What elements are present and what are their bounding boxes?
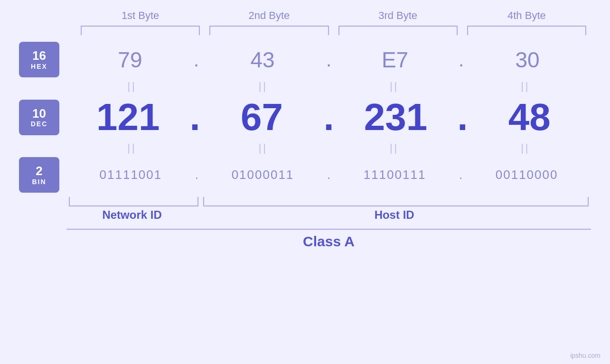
eq2-b2: || bbox=[197, 142, 328, 154]
class-a-label: Class A bbox=[66, 233, 591, 250]
hex-byte1: 79 bbox=[66, 47, 194, 73]
bin-values: 01111001 . 01000011 . 11100111 . 0011000… bbox=[66, 168, 591, 182]
byte3-header: 3rd Byte bbox=[334, 9, 462, 26]
bin-badge: 2 BIN bbox=[19, 157, 59, 193]
network-bracket bbox=[69, 197, 198, 206]
bottom-brackets bbox=[66, 197, 591, 206]
eq2-b1: || bbox=[66, 142, 197, 154]
bin-dot1: . bbox=[195, 168, 198, 182]
byte-headers: 1st Byte 2nd Byte 3rd Byte 4th Byte bbox=[19, 9, 591, 26]
bracket-2 bbox=[209, 26, 328, 35]
hex-values: 79 . 43 . E7 . 30 bbox=[66, 47, 591, 73]
hex-base-label: HEX bbox=[31, 63, 47, 70]
bottom-section: Network ID Host ID bbox=[19, 197, 591, 222]
bin-dot2: . bbox=[327, 168, 330, 182]
bracket-1 bbox=[81, 26, 200, 35]
bin-base-num: 2 bbox=[36, 164, 42, 178]
hex-byte2: 43 bbox=[199, 47, 326, 73]
top-brackets bbox=[19, 26, 591, 35]
dec-values: 121 . 67 . 231 . 48 bbox=[66, 95, 591, 139]
eq1-b1: || bbox=[66, 80, 197, 93]
class-row: Class A bbox=[19, 229, 591, 250]
dec-badge: 10 DEC bbox=[19, 100, 59, 135]
main-container: 1st Byte 2nd Byte 3rd Byte 4th Byte 16 H… bbox=[0, 0, 610, 364]
dec-dot1: . bbox=[190, 98, 200, 136]
host-bracket bbox=[203, 197, 589, 206]
hex-dot2: . bbox=[326, 50, 331, 69]
equals-row-2: || || || || bbox=[19, 142, 591, 154]
dec-byte3: 231 bbox=[334, 95, 458, 139]
watermark: ipshu.com bbox=[570, 352, 601, 359]
byte4-header: 4th Byte bbox=[462, 9, 591, 26]
bin-base-label: BIN bbox=[32, 178, 46, 186]
bin-row: 2 BIN 01111001 . 01000011 . 11100111 . 0… bbox=[19, 157, 591, 193]
bin-byte3: 11100111 bbox=[330, 168, 459, 182]
eq2-b3: || bbox=[329, 142, 460, 154]
bin-byte2: 01000011 bbox=[198, 168, 327, 182]
dec-base-label: DEC bbox=[31, 120, 48, 128]
bin-byte1: 01111001 bbox=[66, 168, 195, 182]
byte2-header: 2nd Byte bbox=[205, 9, 333, 26]
bin-byte4: 00110000 bbox=[462, 168, 591, 182]
hex-dot1: . bbox=[194, 50, 199, 69]
dec-byte1: 121 bbox=[66, 95, 190, 139]
equals-row-1: || || || || bbox=[19, 80, 591, 93]
host-id-label: Host ID bbox=[197, 208, 591, 222]
bracket-4 bbox=[467, 26, 586, 35]
hex-badge: 16 HEX bbox=[19, 42, 59, 77]
bracket-3 bbox=[338, 26, 458, 35]
hex-byte3: E7 bbox=[331, 47, 459, 73]
hex-base-num: 16 bbox=[32, 49, 46, 63]
class-bracket-line bbox=[66, 229, 591, 230]
bin-dot3: . bbox=[459, 168, 462, 182]
bottom-labels: Network ID Host ID bbox=[66, 208, 591, 222]
dec-dot2: . bbox=[323, 98, 334, 136]
dec-byte2: 67 bbox=[200, 95, 324, 139]
network-id-label: Network ID bbox=[66, 208, 197, 222]
dec-base-num: 10 bbox=[32, 107, 46, 121]
dec-dot3: . bbox=[457, 98, 468, 136]
eq1-b2: || bbox=[197, 80, 328, 93]
dec-byte4: 48 bbox=[468, 95, 591, 139]
eq1-b4: || bbox=[460, 80, 591, 93]
byte1-header: 1st Byte bbox=[76, 9, 205, 26]
eq1-b3: || bbox=[329, 80, 460, 93]
hex-dot3: . bbox=[459, 50, 464, 69]
eq2-b4: || bbox=[460, 142, 591, 154]
dec-row: 10 DEC 121 . 67 . 231 . 48 bbox=[19, 95, 591, 139]
hex-row: 16 HEX 79 . 43 . E7 . 30 bbox=[19, 42, 591, 77]
hex-byte4: 30 bbox=[464, 47, 591, 73]
